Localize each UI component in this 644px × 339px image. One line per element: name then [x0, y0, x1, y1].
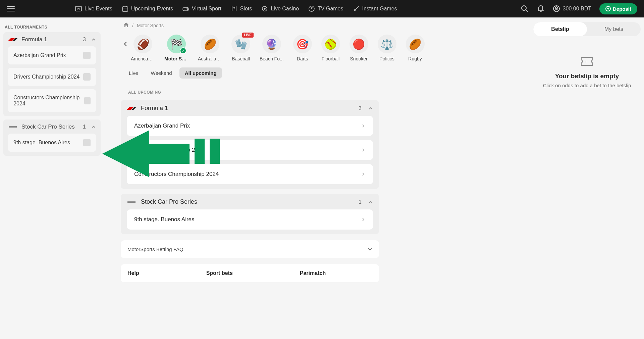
sport-floorball[interactable]: 🥎Floorball [321, 35, 340, 61]
event-group-name: Formula 1 [141, 105, 354, 112]
nav-label: Live Events [85, 6, 112, 12]
breadcrumb-separator: / [132, 23, 133, 28]
svg-point-4 [187, 9, 188, 10]
svg-rect-13 [9, 126, 17, 128]
betslip-empty-title: Your betslip is empty [540, 72, 634, 80]
event-group-header[interactable]: Stock Car Pro Series 1 [127, 198, 373, 205]
nav-items: Live Events Upcoming Events Virtual Spor… [75, 5, 521, 12]
tournament-item-name: Azerbaijan Grand Prix [13, 52, 66, 58]
event-group-stockcar: Stock Car Pro Series 1 9th stage. Buenos… [121, 194, 379, 234]
breadcrumb: / Motor Sports [121, 22, 379, 29]
tournament-count: 3 [83, 37, 86, 43]
event-item[interactable]: 9th stage. Buenos Aires [127, 209, 373, 230]
tournament-name: Formula 1 [21, 36, 79, 43]
rugby-icon: 🏉 [406, 35, 425, 53]
filter-live[interactable]: Live [123, 67, 144, 79]
sports-selector: 🏈American ... 🏁✓Motor Sp... 🏉Australian.… [121, 35, 379, 61]
tournament-item[interactable]: Azerbaijan Grand Prix [8, 46, 96, 64]
header-right: 300.00 BDT Deposit [521, 3, 637, 14]
nav-upcoming[interactable]: Upcoming Events [122, 5, 173, 12]
rocket-icon [353, 5, 360, 12]
sport-snooker[interactable]: 🔴Snooker [350, 35, 368, 61]
chevron-right-icon [361, 148, 366, 152]
tournament-name: Stock Car Pro Series [21, 124, 79, 130]
nav-instant[interactable]: Instant Games [353, 5, 397, 12]
event-item-name: 9th stage. Buenos Aires [134, 216, 195, 223]
footer-col-sport[interactable]: Sport bets [206, 270, 233, 276]
faq-toggle[interactable]: MotorSports Betting FAQ [121, 240, 379, 258]
tournament-item[interactable]: Constructors Championship 2024 [8, 89, 96, 112]
sport-beach-football[interactable]: 🔮Beach Fo... [260, 35, 284, 61]
sidebar: ALL TOURNAMENTS Formula 1 3 Azerbaijan G… [0, 17, 104, 339]
tournament-item[interactable]: Drivers Championship 2024 [8, 68, 96, 86]
deposit-button[interactable]: Deposit [599, 3, 637, 14]
chevron-up-icon [368, 200, 373, 204]
nav-virtual[interactable]: Virtual Sport [182, 5, 221, 12]
rugby-ball-icon: 🏉 [201, 35, 219, 53]
floorball-icon: 🥎 [321, 35, 340, 53]
stockcar-logo-icon [8, 124, 17, 130]
main-content: / Motor Sports 🏈American ... 🏁✓Motor Sp.… [104, 17, 396, 339]
live-badge: LIVE [242, 33, 254, 38]
filter-all-upcoming[interactable]: All upcoming [179, 67, 222, 79]
tournament-header[interactable]: Formula 1 3 [8, 36, 96, 43]
nav-label: TV Games [318, 6, 343, 12]
crystal-ball-icon: 🔮 [262, 35, 281, 53]
f1-logo-icon [8, 37, 17, 42]
event-item[interactable]: Azerbaijan Grand Prix [127, 116, 373, 136]
sport-rugby[interactable]: 🏉Rugby [406, 35, 425, 61]
tournament-header[interactable]: Stock Car Pro Series 1 [8, 124, 96, 130]
svg-point-7 [264, 8, 265, 9]
event-count: 3 [359, 105, 362, 111]
sport-politics[interactable]: ⚖️Politics [378, 35, 396, 61]
sport-baseball[interactable]: 🧤LIVEBaseball [231, 35, 250, 61]
filter-weekend[interactable]: Weekend [146, 67, 177, 79]
home-icon[interactable] [123, 22, 129, 29]
event-item[interactable]: Constructors Championship 2024 [127, 164, 373, 184]
checkbox[interactable] [83, 52, 91, 59]
event-group-header[interactable]: Formula 1 3 [127, 105, 373, 112]
notifications-button[interactable] [537, 5, 545, 13]
betslip-tabs: Betslip My bets [533, 22, 641, 36]
footer-col-help[interactable]: Help [127, 270, 139, 276]
user-icon [553, 5, 560, 12]
chevron-right-icon [361, 124, 366, 128]
tab-betslip[interactable]: Betslip [533, 22, 587, 36]
section-title: ALL UPCOMING [121, 87, 379, 97]
sport-label: Australian... [198, 56, 222, 61]
sport-american-football[interactable]: 🏈American ... [131, 35, 155, 61]
balance-display[interactable]: 300.00 BDT [553, 5, 591, 12]
footer-col-brand[interactable]: Parimatch [300, 270, 326, 276]
tournament-item[interactable]: 9th stage. Buenos Aires [8, 134, 96, 152]
checkbox[interactable] [84, 97, 91, 104]
sport-label: Politics [379, 56, 394, 61]
event-item[interactable]: Drivers Championship 2024 [127, 140, 373, 160]
tab-my-bets[interactable]: My bets [587, 22, 641, 36]
event-item-name: Constructors Championship 2024 [134, 171, 219, 178]
sport-motor-sports[interactable]: 🏁✓Motor Sp... [164, 35, 189, 61]
sport-label: American ... [131, 56, 155, 61]
f1-logo-icon [127, 106, 136, 111]
nav-live-events[interactable]: Live Events [75, 5, 112, 12]
gamepad-icon [182, 5, 189, 12]
nav-slots[interactable]: 7Slots [231, 5, 252, 12]
tournament-item-name: Constructors Championship 2024 [13, 95, 84, 107]
sport-darts[interactable]: 🎯Darts [293, 35, 312, 61]
checkbox[interactable] [83, 73, 91, 81]
nav-label: Virtual Sport [192, 6, 221, 12]
search-button[interactable] [521, 5, 529, 13]
sport-label: Rugby [408, 56, 422, 61]
menu-button[interactable] [7, 5, 15, 13]
tournament-group-formula1: Formula 1 3 Azerbaijan Grand Prix Driver… [3, 32, 101, 116]
sports-prev-button[interactable] [121, 39, 130, 49]
nav-label: Upcoming Events [131, 6, 173, 12]
checkbox[interactable] [83, 139, 91, 146]
nav-live-casino[interactable]: Live Casino [261, 5, 299, 12]
nav-tv-games[interactable]: TV Games [308, 5, 343, 12]
betslip-empty-state: Your betslip is empty Click on odds to a… [533, 50, 641, 95]
tournament-group-stockcar: Stock Car Pro Series 1 9th stage. Buenos… [3, 119, 101, 156]
slots-icon: 7 [231, 5, 237, 12]
darts-icon: 🎯 [293, 35, 312, 53]
svg-point-11 [555, 7, 557, 9]
sport-australian[interactable]: 🏉Australian... [198, 35, 222, 61]
